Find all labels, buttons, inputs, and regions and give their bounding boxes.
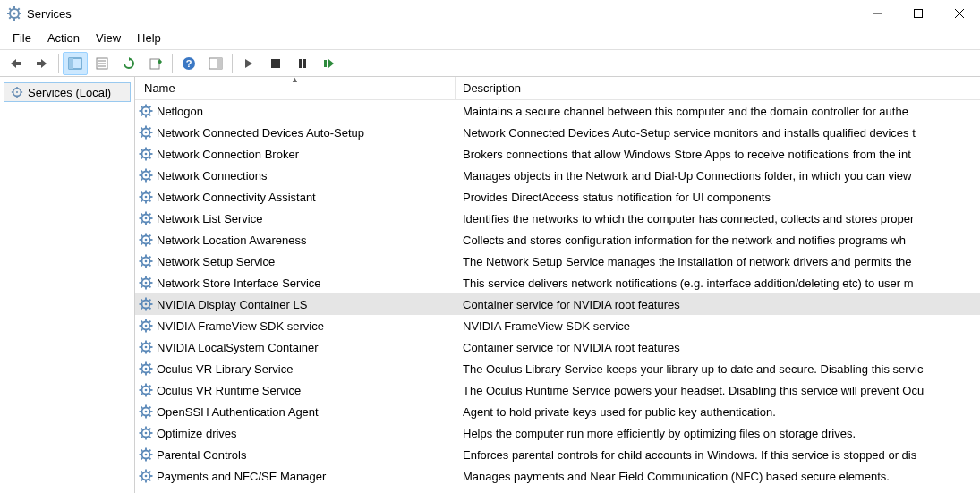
service-name: Oculus VR Runtime Service bbox=[157, 384, 301, 397]
maximize-button[interactable] bbox=[898, 0, 939, 27]
service-description: Agent to hold private keys used for publ… bbox=[456, 405, 980, 419]
forward-button[interactable] bbox=[30, 52, 55, 75]
service-row[interactable]: Oculus VR Library ServiceThe Oculus Libr… bbox=[135, 358, 980, 379]
service-description: Identifies the networks to which the com… bbox=[456, 212, 980, 225]
service-row[interactable]: Network Location AwarenessCollects and s… bbox=[135, 229, 980, 251]
service-row[interactable]: Network ConnectionsManages objects in th… bbox=[135, 165, 980, 186]
svg-line-215 bbox=[141, 480, 143, 481]
service-name-cell: Netlogon bbox=[135, 104, 456, 118]
menu-action[interactable]: Action bbox=[40, 29, 87, 47]
svg-rect-27 bbox=[271, 59, 280, 68]
svg-point-128 bbox=[145, 303, 148, 306]
svg-line-203 bbox=[141, 450, 143, 452]
toolbar-separator bbox=[58, 54, 59, 73]
svg-line-165 bbox=[141, 372, 143, 374]
svg-line-46 bbox=[149, 106, 151, 108]
menu-file[interactable]: File bbox=[5, 29, 38, 47]
service-row[interactable]: NetlogonMaintains a secure channel betwe… bbox=[135, 100, 980, 122]
gear-icon bbox=[139, 447, 153, 462]
svg-line-206 bbox=[149, 450, 151, 452]
service-description: Helps the computer run more efficiently … bbox=[456, 427, 980, 440]
service-row[interactable]: Network Connectivity AssistantProvides D… bbox=[135, 186, 980, 208]
service-rows[interactable]: NetlogonMaintains a secure channel betwe… bbox=[135, 100, 980, 487]
main-content: Services (Local) Name ▲ Description Netl… bbox=[0, 77, 980, 493]
svg-line-126 bbox=[149, 278, 151, 280]
export-list-button[interactable] bbox=[143, 52, 168, 75]
pause-service-button[interactable] bbox=[290, 52, 315, 75]
service-description: Provides DirectAccess status notificatio… bbox=[456, 191, 980, 204]
service-row[interactable]: NVIDIA FrameView SDK serviceNVIDIA Frame… bbox=[135, 315, 980, 336]
minimize-button[interactable] bbox=[856, 0, 898, 27]
tree-pane[interactable]: Services (Local) bbox=[0, 77, 135, 493]
menu-view[interactable]: View bbox=[89, 29, 128, 47]
svg-line-153 bbox=[141, 343, 143, 344]
menu-help[interactable]: Help bbox=[130, 29, 168, 47]
svg-rect-15 bbox=[37, 62, 42, 65]
service-row[interactable]: Payments and NFC/SE ManagerManages payme… bbox=[135, 465, 980, 487]
sort-ascending-icon: ▲ bbox=[291, 77, 299, 84]
svg-point-78 bbox=[145, 196, 148, 199]
svg-point-48 bbox=[145, 132, 148, 134]
service-name: NVIDIA Display Container LS bbox=[157, 298, 307, 311]
svg-line-74 bbox=[149, 179, 151, 181]
stop-service-button[interactable] bbox=[263, 52, 288, 75]
service-row[interactable]: Network List ServiceIdentifies the netwo… bbox=[135, 208, 980, 229]
service-row[interactable]: NVIDIA Display Container LSContainer ser… bbox=[135, 293, 980, 315]
back-button[interactable] bbox=[3, 52, 28, 75]
service-row[interactable]: OpenSSH Authentication AgentAgent to hol… bbox=[135, 401, 980, 422]
service-row[interactable]: NVIDIA LocalSystem ContainerContainer se… bbox=[135, 336, 980, 358]
gear-icon bbox=[139, 469, 153, 483]
service-name-cell: Parental Controls bbox=[135, 447, 456, 462]
column-name-label: Name bbox=[144, 81, 175, 95]
svg-rect-11 bbox=[915, 10, 923, 18]
start-service-button[interactable] bbox=[236, 52, 261, 75]
service-row[interactable]: Network Setup ServiceThe Network Setup S… bbox=[135, 251, 980, 272]
service-name-cell: Network Connection Broker bbox=[135, 147, 456, 161]
svg-line-85 bbox=[141, 200, 143, 202]
svg-rect-29 bbox=[303, 59, 306, 68]
service-description: Maintains a secure channel between this … bbox=[456, 105, 980, 118]
svg-line-176 bbox=[149, 386, 151, 387]
service-row[interactable]: Network Connection BrokerBrokers connect… bbox=[135, 143, 980, 165]
gear-icon bbox=[139, 211, 153, 225]
column-header-name[interactable]: Name ▲ bbox=[135, 77, 456, 99]
toolbar-separator bbox=[232, 54, 233, 73]
svg-line-43 bbox=[141, 106, 143, 108]
svg-line-93 bbox=[141, 214, 143, 216]
service-row[interactable]: Parental ControlsEnforces parental contr… bbox=[135, 444, 980, 465]
restart-service-button[interactable] bbox=[317, 52, 342, 75]
svg-line-196 bbox=[149, 429, 151, 430]
service-name: Optimize drives bbox=[157, 427, 237, 440]
properties-button[interactable] bbox=[89, 52, 115, 75]
service-name-cell: OpenSSH Authentication Agent bbox=[135, 404, 456, 419]
svg-line-44 bbox=[149, 115, 151, 116]
service-row[interactable]: Network Store Interface ServiceThis serv… bbox=[135, 272, 980, 293]
show-hide-tree-button[interactable] bbox=[63, 52, 88, 75]
service-description: Brokers connections that allow Windows S… bbox=[456, 148, 980, 161]
service-row[interactable]: Oculus VR Runtime ServiceThe Oculus Runt… bbox=[135, 379, 980, 401]
column-desc-label: Description bbox=[463, 81, 521, 95]
svg-point-158 bbox=[145, 368, 148, 370]
service-name: Network Setup Service bbox=[157, 255, 275, 268]
show-hide-action-pane-button[interactable] bbox=[203, 52, 228, 75]
help-button[interactable]: ? bbox=[176, 52, 201, 75]
svg-point-58 bbox=[145, 153, 148, 156]
service-row[interactable]: Optimize drivesHelps the computer run mo… bbox=[135, 422, 980, 444]
service-name: Network Connection Broker bbox=[157, 148, 299, 161]
gear-icon bbox=[139, 190, 153, 204]
gear-icon bbox=[139, 233, 153, 247]
service-description: The Oculus Runtime Service powers your h… bbox=[456, 384, 980, 397]
svg-line-45 bbox=[141, 115, 143, 116]
close-button[interactable] bbox=[939, 0, 980, 27]
svg-line-156 bbox=[149, 343, 151, 344]
refresh-button[interactable] bbox=[116, 52, 141, 75]
svg-line-154 bbox=[149, 351, 151, 353]
svg-rect-28 bbox=[299, 59, 302, 68]
gear-icon bbox=[139, 319, 153, 333]
tree-item-services-local[interactable]: Services (Local) bbox=[4, 82, 131, 102]
service-row[interactable]: Network Connected Devices Auto-SetupNetw… bbox=[135, 122, 980, 143]
service-name: Oculus VR Library Service bbox=[157, 362, 293, 376]
svg-line-83 bbox=[141, 192, 143, 194]
column-header-description[interactable]: Description bbox=[456, 77, 980, 99]
svg-line-125 bbox=[141, 286, 143, 288]
